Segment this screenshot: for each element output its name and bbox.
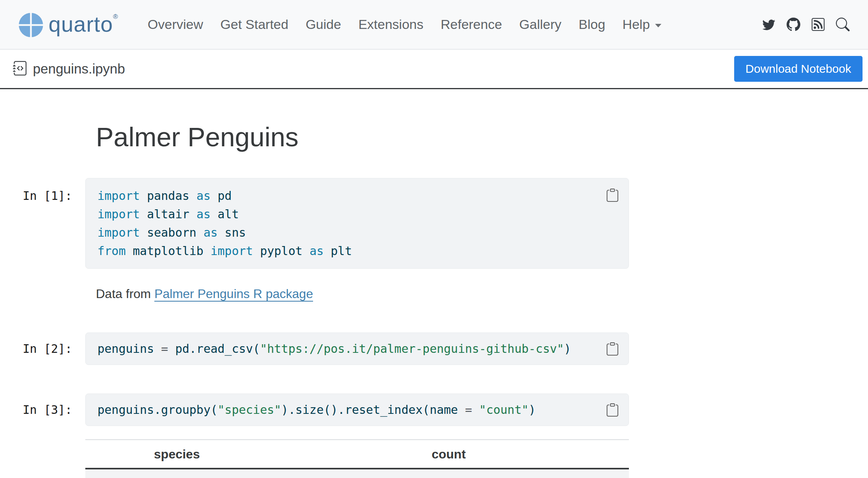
navbar: quarto ® Overview Get Started Guide Exte… [0,0,868,50]
code-line: penguins.groupby("species").size().reset… [97,401,617,419]
table-row [85,469,629,478]
nav-item-overview[interactable]: Overview [148,17,203,32]
data-source-note: Data from Palmer Penguins R package [96,285,868,302]
download-notebook-button[interactable]: Download Notebook [734,56,863,82]
journal-code-icon [13,61,27,77]
notebook-file-bar: penguins.ipynb Download Notebook [0,50,868,89]
nav-item-reference[interactable]: Reference [441,17,502,32]
code-line: penguins = pd.read_csv("https://pos.it/p… [97,340,617,358]
rss-icon[interactable] [812,18,825,31]
code-line: import seaborn as sns [97,223,617,242]
notebook-filename: penguins.ipynb [33,61,125,77]
dataframe-output-table: species count [85,439,629,478]
clipboard-copy-icon[interactable] [606,189,619,202]
cell-execution-label: In [3]: [0,394,85,419]
quarto-brand[interactable]: quarto ® [19,12,118,37]
code-block: penguins.groupby("species").size().reset… [85,394,629,426]
palmer-penguins-link[interactable]: Palmer Penguins R package [154,287,313,301]
github-icon[interactable] [787,18,800,31]
nav-item-gallery[interactable]: Gallery [519,17,562,32]
column-header-count: count [268,440,629,469]
code-cell-3: In [3]: penguins.groupby("species").size… [0,394,868,426]
nav-item-guide[interactable]: Guide [306,17,341,32]
twitter-icon[interactable] [762,18,775,31]
brand-wordmark: quarto [49,12,113,36]
nav-item-get-started[interactable]: Get Started [220,17,288,32]
nav-item-help[interactable]: Help [623,17,661,32]
code-cell-2: In [2]: penguins = pd.read_csv("https://… [0,332,868,365]
nav-item-extensions[interactable]: Extensions [358,17,423,32]
nav-menu: Overview Get Started Guide Extensions Re… [148,17,678,32]
search-icon[interactable] [836,18,850,31]
clipboard-copy-icon[interactable] [606,342,619,356]
quarto-logo-icon [19,13,43,37]
code-block: import pandas as pdimport altair as alti… [85,178,629,269]
registered-trademark: ® [113,13,118,21]
caret-down-icon [655,24,661,27]
code-cell-1: In [1]: import pandas as pdimport altair… [0,178,868,269]
nav-social-icons [751,18,850,31]
cell-execution-label: In [2]: [0,332,85,358]
table-header-row: species count [85,440,629,469]
nav-item-blog[interactable]: Blog [579,17,605,32]
code-block: penguins = pd.read_csv("https://pos.it/p… [85,332,629,365]
clipboard-copy-icon[interactable] [606,403,619,417]
cell-execution-label: In [1]: [0,178,85,205]
code-line: from matplotlib import pyplot as plt [97,242,617,260]
column-header-species: species [85,440,268,469]
code-line: import pandas as pd [97,187,617,205]
notebook-content: Palmer Penguins In [1]: import pandas as… [0,89,868,478]
page-title: Palmer Penguins [96,122,868,152]
code-line: import altair as alt [97,205,617,223]
